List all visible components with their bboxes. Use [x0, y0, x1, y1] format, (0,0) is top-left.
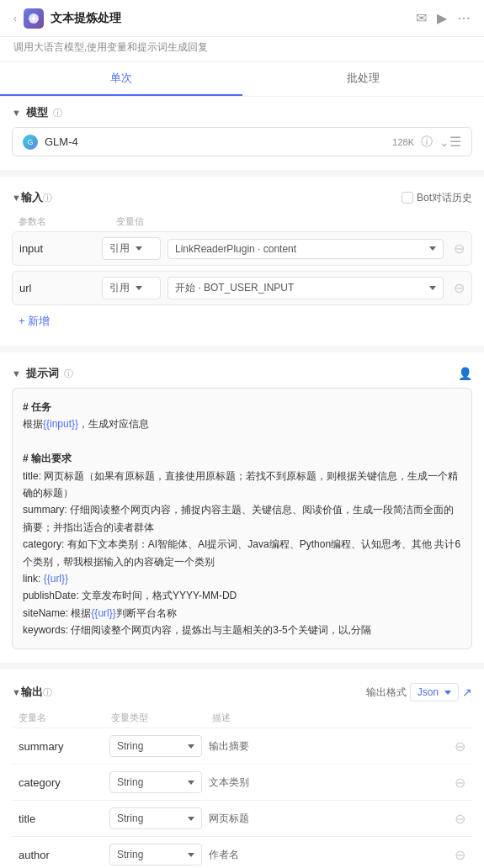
- divider-3: [0, 663, 484, 670]
- prompt-persona-icon[interactable]: 👤: [458, 367, 472, 380]
- prompt-line-2: 根据{{input}}，生成对应信息: [23, 415, 461, 432]
- bot-history-checkbox[interactable]: [402, 192, 413, 204]
- app-icon: [24, 8, 44, 29]
- value-chevron-icon-2: [429, 286, 436, 290]
- tab-batch[interactable]: 批处理: [242, 62, 485, 96]
- input-remove-btn-1[interactable]: ⊖: [454, 241, 465, 257]
- subtitle: 调用大语言模型,使用变量和提示词生成回复: [0, 37, 484, 62]
- prompt-info-icon[interactable]: ⓘ: [64, 368, 73, 380]
- out-name-3: author: [19, 849, 103, 861]
- out-type-chevron-icon-1: [188, 781, 194, 785]
- output-format-value: Json: [418, 686, 439, 698]
- input-section-title: 输入: [21, 190, 43, 205]
- prompt-line-7: link: {{url}}: [23, 570, 461, 587]
- header-title: 文本提炼处理: [51, 11, 121, 26]
- input-row-2: url 引用 开始 · BOT_USER_INPUT ⊖: [12, 271, 472, 305]
- output-section-title: 输出: [21, 685, 43, 700]
- input-section: ▼ 输入 ⓘ Bot对话历史 参数名 变量信 input 引用 LinkRead…: [0, 182, 484, 341]
- prompt-section: ▼ 提示词 ⓘ 👤 # 任务 根据{{input}}，生成对应信息 # 输出要求…: [0, 357, 484, 658]
- output-format-select[interactable]: Json: [410, 683, 459, 701]
- value-chevron-icon-1: [429, 246, 436, 251]
- out-remove-btn-0[interactable]: ⊖: [455, 738, 465, 754]
- input-value-select-1[interactable]: LinkReaderPlugin · content: [168, 239, 444, 259]
- model-collapse-icon[interactable]: ▼: [12, 108, 21, 118]
- out-type-chevron-icon-2: [188, 817, 194, 821]
- out-name-1: category: [19, 776, 103, 789]
- input-collapse-icon[interactable]: ▼: [12, 193, 21, 203]
- out-remove-btn-1[interactable]: ⊖: [455, 775, 465, 791]
- prompt-line-9: siteName: 根据{{url}}判断平台名称: [23, 605, 461, 622]
- input-add-btn[interactable]: + 新增: [12, 310, 472, 332]
- type-chevron-icon-1: [136, 246, 142, 251]
- output-info-icon[interactable]: ⓘ: [43, 686, 52, 699]
- input-type-select-2[interactable]: 引用: [102, 277, 161, 299]
- play-icon[interactable]: ▶: [437, 10, 447, 26]
- input-info-icon[interactable]: ⓘ: [43, 192, 52, 204]
- output-export-icon[interactable]: ↗: [462, 685, 472, 699]
- output-format-group: 输出格式 Json ↗: [366, 683, 472, 701]
- model-actions: ⓘ ⌄: [421, 135, 449, 150]
- collapse-chevron-icon[interactable]: ‹: [13, 13, 17, 24]
- out-col-type-header: 变量类型: [111, 712, 212, 724]
- prompt-line-4: title: 网页标题（如果有原标题，直接使用原标题；若找不到原标题，则根据关键…: [23, 468, 461, 502]
- out-type-select-0[interactable]: String: [109, 735, 202, 757]
- output-row-2: title String 网页标题 ⊖: [12, 801, 472, 837]
- input-value-select-2[interactable]: 开始 · BOT_USER_INPUT: [168, 277, 444, 299]
- input-section-header: ▼ 输入 ⓘ Bot对话历史: [12, 190, 472, 205]
- out-desc-3: 作者名: [209, 848, 448, 862]
- bot-history-checkbox-group: Bot对话历史: [402, 191, 472, 205]
- model-settings-icon[interactable]: ☰: [449, 134, 461, 150]
- model-section-header: ▼ 模型 ⓘ: [12, 105, 472, 120]
- col-param-header: 参数名: [19, 215, 103, 228]
- input-param-name-2: url: [19, 282, 95, 294]
- input-type-select-1[interactable]: 引用: [102, 237, 161, 260]
- out-name-0: summary: [19, 740, 103, 753]
- prompt-content-box[interactable]: # 任务 根据{{input}}，生成对应信息 # 输出要求 title: 网页…: [12, 388, 472, 649]
- prompt-collapse-icon[interactable]: ▼: [12, 368, 21, 378]
- output-section-header: ▼ 输出 ⓘ 输出格式 Json ↗: [12, 683, 472, 701]
- out-desc-1: 文本类别: [209, 775, 448, 790]
- out-type-select-3[interactable]: String: [109, 844, 202, 865]
- output-collapse-icon[interactable]: ▼: [12, 687, 21, 697]
- out-col-desc-header: 描述: [212, 712, 465, 724]
- more-icon[interactable]: ⋯: [457, 10, 471, 26]
- model-icon: G: [23, 135, 38, 150]
- out-desc-2: 网页标题: [209, 812, 448, 826]
- type-chevron-icon-2: [136, 286, 142, 290]
- model-chevron-icon[interactable]: ⌄: [439, 135, 449, 149]
- input-remove-btn-2[interactable]: ⊖: [454, 280, 465, 296]
- out-remove-btn-2[interactable]: ⊖: [455, 811, 465, 827]
- model-section: ▼ 模型 ⓘ G GLM-4 128K ⓘ ⌄ ☰: [0, 97, 484, 165]
- input-table-header: 参数名 变量信: [12, 212, 472, 231]
- header-actions: ✉ ▶ ⋯: [416, 10, 471, 26]
- model-selector[interactable]: G GLM-4 128K ⓘ ⌄ ☰: [12, 127, 472, 156]
- out-type-select-2[interactable]: String: [109, 807, 202, 829]
- out-type-chevron-icon-3: [188, 853, 194, 857]
- out-type-chevron-icon-0: [188, 744, 194, 749]
- output-row-1: category String 文本类别 ⊖: [12, 765, 472, 801]
- bot-history-label: Bot对话历史: [417, 191, 472, 205]
- model-section-title: 模型: [26, 105, 48, 120]
- prompt-line-1: # 任务: [23, 399, 461, 415]
- input-param-name-1: input: [19, 242, 95, 255]
- out-type-select-1[interactable]: String: [109, 771, 202, 793]
- tab-single[interactable]: 单次: [0, 62, 242, 96]
- prompt-section-header: ▼ 提示词 ⓘ 👤: [12, 366, 472, 381]
- model-info-icon[interactable]: ⓘ: [53, 107, 62, 119]
- out-desc-0: 输出摘要: [209, 739, 448, 754]
- output-row-3: author String 作者名 ⊖: [12, 837, 472, 868]
- model-info-btn[interactable]: ⓘ: [421, 135, 433, 150]
- tabs: 单次 批处理: [0, 62, 484, 97]
- prompt-section-title: 提示词: [26, 366, 59, 381]
- notification-icon[interactable]: ✉: [416, 10, 427, 26]
- col-type-header: 变量信: [116, 215, 183, 228]
- model-name: GLM-4: [45, 135, 387, 148]
- format-chevron-icon: [444, 691, 451, 695]
- prompt-line-6: category: 有如下文本类别：AI智能体、AI提示词、Java编程、Pyt…: [23, 536, 461, 570]
- divider-2: [0, 346, 484, 352]
- prompt-line-5: summary: 仔细阅读整个网页内容，捕捉内容主题、关键信息、阅读价值，生成一…: [23, 501, 461, 536]
- prompt-line-3: # 输出要求: [23, 450, 461, 467]
- out-remove-btn-3[interactable]: ⊖: [455, 847, 465, 863]
- output-table-header: 变量名 变量类型 描述: [12, 708, 472, 728]
- prompt-line-8: publishDate: 文章发布时间，格式YYYY-MM-DD: [23, 587, 461, 604]
